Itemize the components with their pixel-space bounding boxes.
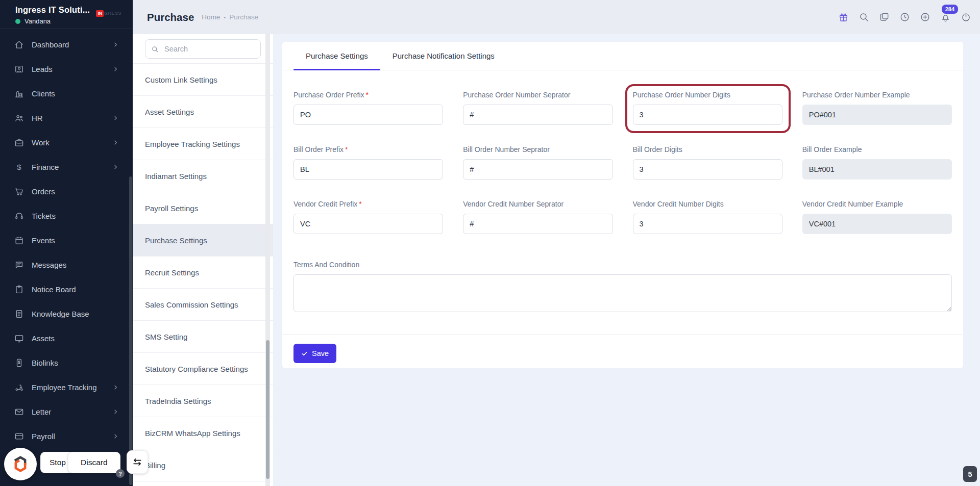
history-clock-icon[interactable] bbox=[899, 12, 910, 22]
notification-count-badge: 284 bbox=[942, 5, 958, 14]
briefcase-icon bbox=[14, 138, 24, 147]
sidebar-item-knowledge-base[interactable]: Knowledge Base bbox=[0, 301, 133, 326]
search-icon[interactable] bbox=[859, 12, 869, 22]
tab-bar: Purchase Settings Purchase Notification … bbox=[282, 42, 963, 70]
settings-item-sms-setting[interactable]: SMS Setting bbox=[133, 321, 273, 353]
settings-item-payroll-settings[interactable]: Payroll Settings bbox=[133, 192, 273, 224]
sidebar-item-label: Notice Board bbox=[32, 285, 76, 294]
vendor-credit-number-digits-input[interactable] bbox=[633, 214, 782, 234]
field-label: Bill Order Number Seprator bbox=[463, 145, 612, 154]
header-actions: 284 bbox=[838, 0, 971, 34]
field-label: Vendor Credit Number Digits bbox=[633, 200, 782, 208]
settings-item-label: Recruit Settings bbox=[145, 268, 199, 277]
notifications-bell-icon[interactable]: 284 bbox=[940, 12, 951, 22]
sidebar-item-finance[interactable]: $Finance bbox=[0, 155, 133, 179]
tab-purchase-notification-settings[interactable]: Purchase Notification Settings bbox=[380, 42, 507, 70]
gift-icon[interactable] bbox=[838, 12, 849, 22]
discard-button[interactable]: Discard bbox=[68, 452, 120, 473]
sidebar-item-label: Orders bbox=[32, 187, 55, 196]
bill-order-number-seprator-input[interactable] bbox=[463, 159, 612, 180]
vendor-credit-number-seprator-input[interactable] bbox=[463, 214, 612, 234]
sidebar-item-work[interactable]: Work bbox=[0, 130, 133, 155]
sidebar-item-label: Work bbox=[32, 138, 50, 147]
sidebar-item-biolinks[interactable]: Biolinks bbox=[0, 350, 133, 375]
terms-textarea[interactable] bbox=[293, 274, 952, 312]
user-name: Vandana bbox=[24, 17, 51, 25]
online-status-icon bbox=[15, 19, 20, 24]
brand-header: Ingress IT Soluti... Vandana IN GRESS bbox=[0, 0, 133, 29]
headset-icon bbox=[14, 211, 24, 221]
sidebar-item-clients[interactable]: Clients bbox=[0, 81, 133, 106]
search-box[interactable] bbox=[145, 39, 261, 59]
chevron-right-icon bbox=[112, 432, 119, 440]
chat-icon bbox=[14, 260, 24, 270]
chevron-right-icon bbox=[112, 139, 119, 146]
bill-order-digits-input[interactable] bbox=[633, 159, 782, 180]
sidebar-item-employee-tracking[interactable]: Employee Tracking bbox=[0, 375, 133, 399]
settings-item-tradeindia-settings[interactable]: TradeIndia Settings bbox=[133, 385, 273, 417]
settings-item-label: Sales Commission Settings bbox=[145, 300, 238, 309]
envelope-icon bbox=[14, 407, 24, 417]
tab-purchase-settings[interactable]: Purchase Settings bbox=[293, 42, 380, 70]
breadcrumb-home[interactable]: Home bbox=[202, 13, 220, 21]
page-number-badge[interactable]: 5 bbox=[963, 466, 977, 482]
bill-order-prefix-input[interactable] bbox=[293, 159, 443, 180]
sidebar-item-label: Biolinks bbox=[32, 359, 58, 367]
settings-item-indiamart-settings[interactable]: Indiamart Settings bbox=[133, 160, 273, 192]
sidebar-item-label: Knowledge Base bbox=[32, 310, 89, 318]
vendor-credit-prefix-input[interactable] bbox=[293, 214, 443, 234]
bizcrm-logo-icon bbox=[10, 454, 31, 474]
sidebar-item-label: Messages bbox=[32, 261, 66, 269]
field-vendor-credit-number-example: Vendor Credit Number Example bbox=[802, 200, 952, 234]
sidebar-item-label: Letter bbox=[32, 407, 51, 416]
sidebar-item-hr[interactable]: HR bbox=[0, 106, 133, 130]
settings-item-billing[interactable]: Billing bbox=[133, 449, 273, 481]
page-title: Purchase bbox=[147, 11, 194, 23]
settings-item-employee-tracking-settings[interactable]: Employee Tracking Settings bbox=[133, 128, 273, 160]
notes-icon[interactable] bbox=[879, 12, 890, 22]
sidebar-item-messages[interactable]: Messages bbox=[0, 252, 133, 277]
recorder-logo-button[interactable] bbox=[4, 448, 37, 480]
sidebar-item-assets[interactable]: Assets bbox=[0, 326, 133, 350]
purchase-order-number-digits-input[interactable] bbox=[633, 105, 782, 125]
settings-item-recruit-settings[interactable]: Recruit Settings bbox=[133, 257, 273, 289]
settings-item-bizcrm-whatsapp-settings[interactable]: BizCRM WhatsApp Settings bbox=[133, 417, 273, 449]
settings-item-label: Employee Tracking Settings bbox=[145, 140, 240, 148]
sidebar-item-leads[interactable]: Leads bbox=[0, 57, 133, 81]
sidebar-item-letter[interactable]: Letter bbox=[0, 399, 133, 424]
sidebar-item-events[interactable]: Events bbox=[0, 228, 133, 252]
required-asterisk: * bbox=[359, 200, 361, 208]
sidebar-scrollbar[interactable] bbox=[129, 176, 132, 485]
company-name: Ingress IT Soluti... bbox=[15, 5, 100, 15]
sidebar-item-payroll[interactable]: Payroll bbox=[0, 424, 133, 448]
settings-item-asset-settings[interactable]: Asset Settings bbox=[133, 96, 273, 128]
purchase-order-number-seprator-input[interactable] bbox=[463, 105, 612, 125]
field-bill-order-digits: Bill Order Digits bbox=[633, 145, 782, 180]
purchase-order-prefix-input[interactable] bbox=[293, 105, 443, 125]
field-label: Purchase Order Number Seprator bbox=[463, 91, 612, 99]
save-button[interactable]: Save bbox=[293, 344, 336, 363]
sidebar-item-orders[interactable]: Orders bbox=[0, 179, 133, 203]
sidebar-item-dashboard[interactable]: Dashboard bbox=[0, 32, 133, 57]
settings-item-purchase-settings[interactable]: Purchase Settings bbox=[133, 224, 273, 257]
field-bill-order-example: Bill Order Example bbox=[802, 145, 952, 180]
settings-item-sales-commission-settings[interactable]: Sales Commission Settings bbox=[133, 289, 273, 321]
field-vendor-credit-prefix: Vendor Credit Prefix* bbox=[293, 200, 443, 234]
quick-add-icon[interactable] bbox=[920, 12, 930, 22]
settings-item-label: Payroll Settings bbox=[145, 204, 198, 213]
sidebar-item-tickets[interactable]: Tickets bbox=[0, 203, 133, 228]
swap-panel-button[interactable] bbox=[127, 450, 148, 474]
settings-scrollbar[interactable] bbox=[266, 340, 270, 479]
settings-search-input[interactable] bbox=[163, 44, 255, 54]
settings-item-label: Asset Settings bbox=[145, 108, 194, 116]
field-label: Bill Order Digits bbox=[633, 145, 782, 154]
power-logout-icon[interactable] bbox=[961, 12, 971, 22]
settings-item-custom-link-settings[interactable]: Custom Link Settings bbox=[133, 64, 273, 96]
field-label: Bill Order Example bbox=[802, 145, 952, 154]
field-vendor-credit-number-digits: Vendor Credit Number Digits bbox=[633, 200, 782, 234]
sidebar-item-notice-board[interactable]: Notice Board bbox=[0, 277, 133, 301]
home-icon bbox=[14, 40, 24, 49]
help-badge[interactable]: ? bbox=[116, 469, 125, 478]
settings-item-statutory-compliance-settings[interactable]: Statutory Compliance Settings bbox=[133, 353, 273, 385]
breadcrumb: Home • Purchase bbox=[202, 13, 258, 21]
